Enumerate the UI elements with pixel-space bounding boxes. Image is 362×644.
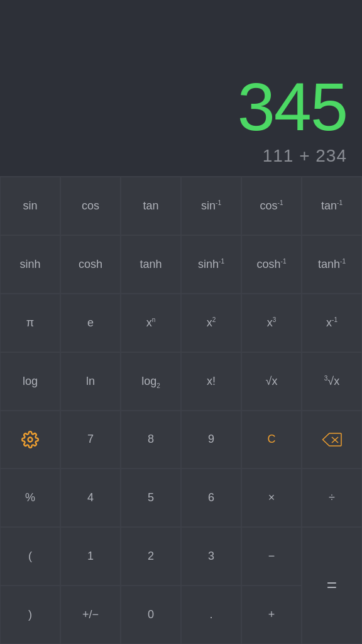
tan-button[interactable]: tan: [121, 177, 181, 235]
pi-button[interactable]: π: [0, 294, 60, 352]
key-1[interactable]: 1: [60, 527, 121, 586]
expression-display: 111 + 234: [263, 146, 347, 166]
key-2[interactable]: 2: [121, 527, 181, 586]
key-9[interactable]: 9: [181, 411, 241, 469]
log2-button[interactable]: log2: [121, 352, 181, 411]
key-7[interactable]: 7: [60, 411, 121, 469]
minus-button[interactable]: −: [241, 527, 302, 586]
display-area: 345 111 + 234: [0, 0, 362, 176]
key-6[interactable]: 6: [181, 469, 241, 527]
plus-minus-button[interactable]: +/−: [60, 586, 121, 644]
cbrt-button[interactable]: 3√x: [302, 352, 362, 411]
backspace-button[interactable]: [302, 411, 362, 469]
sinh-button[interactable]: sinh: [0, 235, 60, 294]
sqrt-button[interactable]: √x: [241, 352, 302, 411]
e-button[interactable]: e: [60, 294, 121, 352]
factorial-button[interactable]: x!: [181, 352, 241, 411]
log-button[interactable]: log: [0, 352, 60, 411]
keypad: sin cos tan sin-1 cos-1 tan-1 sinh cosh …: [0, 176, 362, 644]
clear-button[interactable]: C: [241, 411, 302, 469]
x2-button[interactable]: x2: [181, 294, 241, 352]
open-paren-button[interactable]: (: [0, 527, 60, 586]
backspace-icon: [322, 433, 342, 447]
tanh-inv-button[interactable]: tanh-1: [302, 235, 362, 294]
gear-icon: [21, 431, 39, 448]
key-0[interactable]: 0: [121, 586, 181, 644]
key-5[interactable]: 5: [121, 469, 181, 527]
settings-button[interactable]: [0, 411, 60, 469]
key-3[interactable]: 3: [181, 527, 241, 586]
plus-button[interactable]: +: [241, 586, 302, 644]
decimal-button[interactable]: .: [181, 586, 241, 644]
divide-button[interactable]: ÷: [302, 469, 362, 527]
sinh-inv-button[interactable]: sinh-1: [181, 235, 241, 294]
tanh-button[interactable]: tanh: [121, 235, 181, 294]
cosh-inv-button[interactable]: cosh-1: [241, 235, 302, 294]
tan-inv-button[interactable]: tan-1: [302, 177, 362, 235]
svg-point-0: [28, 437, 33, 441]
key-4[interactable]: 4: [60, 469, 121, 527]
ln-button[interactable]: ln: [60, 352, 121, 411]
main-result: 345: [238, 73, 347, 141]
cosh-button[interactable]: cosh: [60, 235, 121, 294]
close-paren-button[interactable]: ): [0, 586, 60, 644]
cos-button[interactable]: cos: [60, 177, 121, 235]
x3-button[interactable]: x3: [241, 294, 302, 352]
equals-button[interactable]: =: [302, 527, 362, 644]
multiply-button[interactable]: ×: [241, 469, 302, 527]
xn-button[interactable]: xn: [121, 294, 181, 352]
x-inv-button[interactable]: x-1: [302, 294, 362, 352]
cos-inv-button[interactable]: cos-1: [241, 177, 302, 235]
key-8[interactable]: 8: [121, 411, 181, 469]
percent-button[interactable]: %: [0, 469, 60, 527]
sin-button[interactable]: sin: [0, 177, 60, 235]
sin-inv-button[interactable]: sin-1: [181, 177, 241, 235]
